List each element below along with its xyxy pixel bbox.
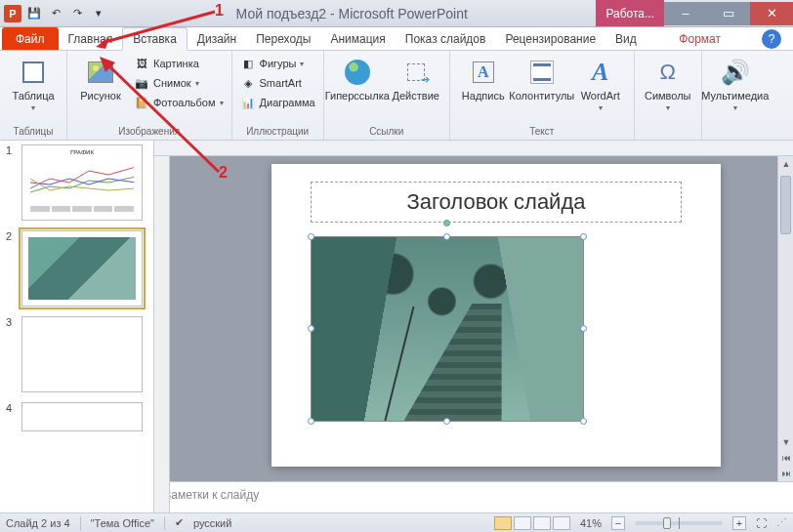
- minimize-button[interactable]: –: [664, 2, 707, 25]
- tab-format[interactable]: Формат: [665, 28, 734, 50]
- textbox-button[interactable]: A Надпись: [456, 53, 511, 102]
- picture-content: [312, 237, 583, 421]
- tab-home[interactable]: Главная: [59, 28, 123, 50]
- group-label-illustrations: Иллюстрации: [238, 124, 317, 140]
- action-label: Действие: [393, 90, 439, 102]
- contextual-tab-picture-tools[interactable]: Работа...: [596, 0, 664, 26]
- file-tab[interactable]: Файл: [2, 27, 59, 50]
- resize-handle-mr[interactable]: [580, 325, 587, 332]
- tab-slideshow[interactable]: Показ слайдов: [396, 28, 496, 50]
- redo-button[interactable]: ↷: [68, 5, 86, 22]
- resize-handle-tm[interactable]: [443, 233, 450, 240]
- scroll-up-button[interactable]: ▲: [778, 156, 793, 172]
- group-label-symbols: [641, 135, 695, 140]
- resize-handle-br[interactable]: [580, 418, 587, 425]
- close-button[interactable]: ✕: [750, 2, 793, 25]
- zoom-slider-thumb[interactable]: [663, 517, 671, 529]
- group-label-tables: Таблицы: [6, 124, 61, 140]
- thumbnail-3[interactable]: 3: [6, 316, 149, 392]
- prev-slide-button[interactable]: ⏮: [778, 450, 793, 466]
- resize-handle-ml[interactable]: [308, 325, 314, 332]
- textbox-label: Надпись: [462, 90, 505, 102]
- table-label: Таблица: [12, 90, 54, 102]
- screenshot-icon: 📷: [134, 75, 149, 91]
- hyperlink-button[interactable]: Гиперссылка: [330, 53, 385, 102]
- thumbnail-slide: [21, 402, 143, 431]
- shapes-button[interactable]: ◧Фигуры: [238, 55, 317, 72]
- resize-handle-tl[interactable]: [308, 233, 314, 240]
- save-button[interactable]: 💾: [25, 5, 43, 22]
- media-button[interactable]: 🔊 Мультимедиа: [708, 53, 763, 112]
- ribbon: Таблица Таблицы Рисунок 🖼Картинка 📷Снимо…: [0, 51, 793, 141]
- language-status[interactable]: русский: [193, 517, 231, 529]
- ribbon-group-symbols: Ω Символы: [635, 51, 702, 140]
- media-icon: 🔊: [721, 59, 750, 86]
- group-label-text: Текст: [456, 124, 628, 140]
- slide-thumbnail-panel: 1 ГРАФИК 2 3 4: [0, 141, 154, 512]
- chart-button[interactable]: 📊Диаграмма: [238, 94, 317, 111]
- normal-view-button[interactable]: [494, 516, 512, 530]
- ribbon-group-media: 🔊 Мультимедиа: [702, 51, 769, 140]
- thumbnail-slide: [21, 316, 143, 392]
- table-button[interactable]: Таблица: [6, 53, 61, 112]
- vertical-scrollbar[interactable]: ▲ ▼ ⏮ ⏭: [777, 156, 793, 481]
- resize-handle-bm[interactable]: [443, 418, 450, 425]
- thumbnail-2[interactable]: 2: [6, 230, 149, 307]
- next-slide-button[interactable]: ⏭: [778, 466, 793, 481]
- wordart-button[interactable]: A WordArt: [573, 53, 628, 112]
- tab-view[interactable]: Вид: [605, 28, 647, 50]
- picture-label: Рисунок: [80, 90, 121, 102]
- rotate-handle[interactable]: [443, 220, 450, 226]
- shapes-icon: ◧: [240, 56, 256, 71]
- zoom-slider[interactable]: [635, 521, 723, 525]
- clipart-button[interactable]: 🖼Картинка: [132, 55, 226, 72]
- zoom-out-button[interactable]: −: [611, 516, 625, 530]
- thumb-chart-icon: [30, 159, 134, 202]
- thumbnail-slide: [21, 230, 143, 307]
- spellcheck-icon[interactable]: ✔: [175, 516, 184, 529]
- thumbnail-1[interactable]: 1 ГРАФИК: [6, 144, 149, 221]
- reading-view-button[interactable]: [533, 516, 551, 530]
- canvas-viewport[interactable]: Заголовок слайда: [154, 156, 793, 481]
- thumb-legend-icon: [30, 206, 134, 212]
- tab-review[interactable]: Рецензирование: [495, 28, 605, 50]
- slideshow-view-button[interactable]: [553, 516, 570, 530]
- sorter-view-button[interactable]: [514, 516, 531, 530]
- qat-customize[interactable]: ▾: [90, 5, 107, 22]
- scrollbar-thumb[interactable]: [780, 176, 791, 234]
- help-button[interactable]: ?: [762, 29, 781, 49]
- zoom-percent[interactable]: 41%: [580, 517, 602, 529]
- selected-picture[interactable]: [311, 236, 584, 422]
- horizontal-ruler: [154, 141, 793, 156]
- screenshot-button[interactable]: 📷Снимок: [132, 74, 226, 92]
- photoalbum-button[interactable]: 📔Фотоальбом: [132, 94, 226, 111]
- window-controls: – ▭ ✕: [664, 2, 793, 25]
- tab-animations[interactable]: Анимация: [320, 28, 395, 50]
- slide[interactable]: Заголовок слайда: [271, 164, 721, 467]
- status-bar: Слайд 2 из 4 "Тема Office" ✔ русский 41%…: [0, 512, 793, 532]
- resize-handle-tr[interactable]: [580, 233, 587, 240]
- undo-button[interactable]: ↶: [47, 5, 64, 22]
- notes-pane[interactable]: Заметки к слайду: [154, 481, 793, 512]
- resize-handle-bl[interactable]: [308, 418, 314, 425]
- action-button[interactable]: Действие: [389, 53, 443, 102]
- symbol-icon: Ω: [660, 60, 676, 85]
- slide-title-placeholder[interactable]: Заголовок слайда: [311, 182, 682, 223]
- thumbnail-4[interactable]: 4: [6, 402, 149, 431]
- smartart-button[interactable]: ◈SmartArt: [238, 74, 317, 92]
- fit-to-window-button[interactable]: ⛶: [756, 517, 767, 529]
- picture-button[interactable]: Рисунок: [73, 53, 128, 102]
- tab-transitions[interactable]: Переходы: [246, 28, 320, 50]
- hyperlink-label: Гиперссылка: [325, 90, 390, 102]
- photoalbum-icon: 📔: [134, 95, 149, 110]
- tab-insert[interactable]: Вставка: [122, 27, 188, 51]
- scroll-down-button[interactable]: ▼: [778, 434, 793, 450]
- maximize-button[interactable]: ▭: [707, 2, 750, 25]
- media-label: Мультимедиа: [701, 90, 769, 102]
- zoom-in-button[interactable]: +: [732, 516, 746, 530]
- headerfooter-button[interactable]: Колонтитулы: [515, 53, 569, 102]
- tab-design[interactable]: Дизайн: [188, 28, 246, 50]
- ribbon-group-text: A Надпись Колонтитулы A WordArt Текст: [450, 51, 635, 140]
- symbols-button[interactable]: Ω Символы: [641, 53, 695, 112]
- ribbon-tabs: Файл Главная Вставка Дизайн Переходы Ани…: [0, 27, 793, 51]
